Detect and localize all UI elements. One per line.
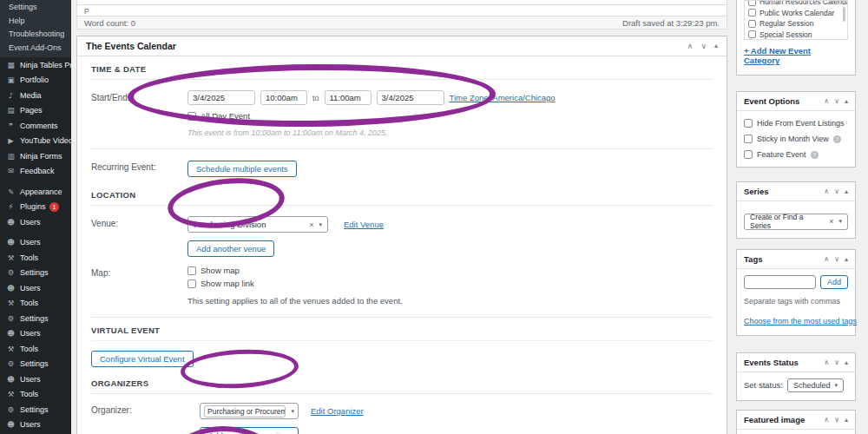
toggle-panel-icon[interactable]: ▴ [845,255,848,263]
sidebar-item-users-5[interactable]: ☻Users [0,372,71,387]
edit-organizer-link[interactable]: Edit Organizer [311,406,364,416]
move-up-icon[interactable]: ∧ [824,358,829,366]
end-date-input[interactable] [377,90,444,105]
move-down-icon[interactable]: ∨ [834,416,839,424]
sidebar-item-portfolio[interactable]: ▣Portfolio [0,73,71,89]
category-checkbox[interactable] [748,20,756,28]
sidebar-item-comments[interactable]: ❞Comments [0,118,71,134]
feature-event-checkbox[interactable] [744,150,753,159]
sidebar-item-users-2[interactable]: ☻Users [0,235,71,251]
option-row[interactable]: Hide From Event Listings [744,119,848,128]
add-new-event-category-link[interactable]: + Add New Event Category [744,46,848,65]
series-select[interactable]: Create or Find a Series × ▾ [744,214,848,230]
move-up-icon[interactable]: ∧ [824,416,829,424]
toggle-panel-icon[interactable]: ▴ [714,42,718,50]
category-item[interactable]: Human Resources Calendar [748,0,844,8]
category-checkbox[interactable] [748,30,756,38]
sidebar-item-settings-4[interactable]: ⚙Settings [0,402,71,418]
organizer-select-value: Purchasing or Procurement [207,407,286,416]
sidebar-item-tools-2[interactable]: ⚒Tools [0,296,71,312]
sidebar-item-users[interactable]: ☻Users [0,214,71,230]
sidebar-item-settings-3[interactable]: ⚙Settings [0,357,71,372]
category-checkbox[interactable] [748,9,756,16]
move-down-icon[interactable]: ∨ [834,255,839,263]
sidebar-item-settings[interactable]: ⚙Settings [0,266,71,281]
schedule-multiple-events-button[interactable]: Schedule multiple events [187,161,297,177]
venue-select[interactable]: Purchasing Division × ▾ [187,216,328,233]
toggle-panel-icon[interactable]: ▴ [845,416,848,424]
move-up-icon[interactable]: ∧ [824,255,829,263]
hide-from-listings-checkbox[interactable] [744,119,753,128]
sidebar-item-tools-4[interactable]: ⚒Tools [0,387,71,403]
sidebar-item-ninja-tables-pro[interactable]: ▦Ninja Tables Pro [0,57,71,73]
sidebar-item-label: Settings [20,314,49,323]
most-used-tags-link[interactable]: Choose from the most used tags [744,317,857,326]
add-another-venue-button[interactable]: Add another venue [187,240,274,257]
category-label: Special Session [760,30,812,39]
help-icon[interactable]: ? [811,151,819,159]
category-item[interactable]: Special Session [748,30,844,41]
sidebar-item-appearance[interactable]: ✎Appearance [0,184,71,200]
move-down-icon[interactable]: ∨ [834,97,839,105]
sidebar-item-settings-2[interactable]: ⚙Settings [0,311,71,326]
option-row[interactable]: Sticky in Month View? [744,135,848,143]
category-item[interactable]: Regular Session [748,18,844,30]
series-dropdown-icon[interactable]: ▾ [838,218,842,225]
organizer-dropdown-icon[interactable]: ▾ [291,408,294,415]
move-down-icon[interactable]: ∨ [834,358,839,366]
sidebar-item-tools[interactable]: ⚒Tools [0,250,71,266]
submenu-item-help[interactable]: Help [0,15,71,29]
sidebar-item-users-6[interactable]: ☻Users [0,418,71,433]
configure-virtual-event-button[interactable]: Configure Virtual Event [91,351,194,367]
edit-venue-link[interactable]: Edit Venue [344,220,384,229]
end-time-input[interactable] [325,90,372,105]
sidebar-item-media[interactable]: ♪Media [0,88,71,103]
toggle-panel-icon[interactable]: ▴ [845,97,848,105]
category-checkbox[interactable] [748,0,756,6]
submenu-item-settings[interactable]: Settings [0,1,71,15]
show-map-checkbox[interactable] [187,266,196,275]
move-down-icon[interactable]: ∨ [700,42,707,50]
add-another-organizer-button[interactable]: Add another organizer [200,427,299,434]
timezone-link[interactable]: Time Zone: America/Chicago [450,93,556,102]
add-tag-button[interactable]: Add [820,275,848,289]
status-dropdown[interactable]: Scheduled ▾ [787,378,844,392]
help-icon[interactable]: ? [833,135,841,143]
sidebar-item-pages[interactable]: ▤Pages [0,103,71,119]
clear-venue-icon[interactable]: × [309,220,313,229]
move-up-icon[interactable]: ∧ [824,97,829,105]
move-up-icon[interactable]: ∧ [824,187,829,195]
sidebar-item-users-3[interactable]: ☻Users [0,280,71,296]
venue-dropdown-icon[interactable]: ▾ [319,221,322,228]
move-down-icon[interactable]: ∨ [834,187,839,195]
sidebar-item-users-4[interactable]: ☻Users [0,326,71,342]
sticky-month-view-checkbox[interactable] [744,135,753,143]
section-heading-time-date: TIME & DATE [91,56,713,80]
category-list[interactable]: Human Resources Calendar Public Works Ca… [744,0,848,40]
sidebar-item-feedback[interactable]: ✉Feedback [0,164,71,180]
tags-input[interactable] [744,275,816,289]
users-icon: ☻ [6,238,16,247]
editor-element-path[interactable]: P [77,4,727,16]
category-item[interactable]: Public Works Calendar [748,8,844,19]
move-up-icon[interactable]: ∧ [687,42,694,50]
start-date-input[interactable] [187,90,255,105]
toggle-panel-icon[interactable]: ▴ [845,187,848,195]
organizer-select[interactable]: Purchasing or Procurement × ▾ [200,403,299,419]
option-row[interactable]: Feature Event? [744,150,848,159]
category-list-scrollbar[interactable] [843,7,845,22]
start-time-input[interactable] [260,90,307,105]
submenu-item-event-add-ons[interactable]: Event Add-Ons [0,42,71,56]
sidebar-item-tools-3[interactable]: ⚒Tools [0,341,71,357]
toggle-panel-icon[interactable]: ▴ [845,358,848,366]
submenu-item-troubleshooting[interactable]: Troubleshooting [0,28,71,42]
sidebar-item-youtube-videos[interactable]: ▶YouTube Videos [0,134,71,149]
sidebar-item-plugins[interactable]: ⚡Plugins1 [0,200,71,215]
all-day-checkbox[interactable] [187,112,196,121]
featured-image-title: Featured image [744,415,805,424]
users-icon: ☻ [6,329,16,338]
tags-title: Tags [744,254,762,264]
show-map-link-checkbox[interactable] [187,279,196,288]
sidebar-item-ninja-forms[interactable]: ▥Ninja Forms [0,148,71,164]
clear-series-icon[interactable]: × [829,217,833,226]
